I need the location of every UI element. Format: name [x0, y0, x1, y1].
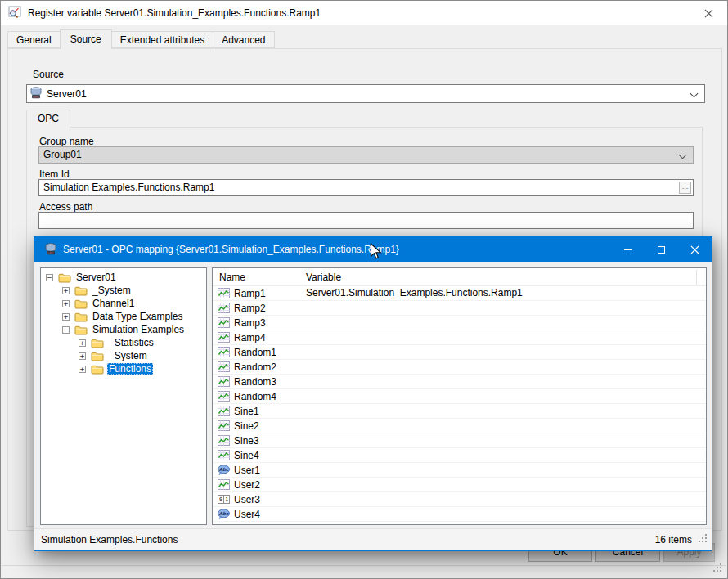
- list-row-random4[interactable]: Random4: [213, 389, 706, 404]
- expand-icon[interactable]: +: [79, 366, 86, 373]
- list-row-user1[interactable]: AbcUser1: [213, 463, 706, 478]
- column-header-name[interactable]: Name: [219, 272, 245, 283]
- mouse-cursor: [370, 243, 382, 263]
- close-icon[interactable]: [690, 1, 727, 25]
- list-row-ramp3[interactable]: Ramp3: [213, 316, 706, 330]
- folder-icon: [74, 285, 88, 296]
- variable-name: Ramp2: [234, 303, 304, 314]
- resize-grip-icon[interactable]: [712, 563, 723, 576]
- column-header-variable[interactable]: Variable: [306, 272, 341, 283]
- tree-item-system[interactable]: +_System: [41, 349, 206, 362]
- tree-item-statistics[interactable]: +_Statistics: [41, 336, 206, 349]
- analog-signal-icon: [218, 303, 230, 313]
- tree-item-functions[interactable]: +Functions: [41, 362, 206, 375]
- minimize-icon[interactable]: [611, 237, 645, 262]
- tree-item-label[interactable]: Data Type Examples: [91, 311, 185, 322]
- analog-signal-icon: [218, 450, 230, 460]
- access-path-input[interactable]: [38, 212, 694, 229]
- dialog-titlebar[interactable]: Register variable Server01.Simulation_Ex…: [1, 1, 727, 25]
- group-name-value: Group01: [43, 149, 82, 160]
- chevron-down-icon[interactable]: [690, 90, 699, 98]
- folder-icon: [91, 351, 104, 361]
- variable-name: Sine4: [234, 450, 304, 461]
- tree-item-simulation-examples[interactable]: −Simulation Examples: [41, 323, 206, 336]
- svg-text:Abc: Abc: [219, 511, 229, 516]
- source-combobox-value: Server01: [47, 88, 87, 100]
- tree-item-data-type-examples[interactable]: +Data Type Examples: [41, 310, 206, 323]
- group-name-combobox[interactable]: Group01: [38, 146, 694, 164]
- folder-icon: [74, 298, 88, 309]
- tab-general[interactable]: General: [7, 31, 61, 48]
- tree-item-server01[interactable]: −Server01: [41, 271, 206, 284]
- variables-list: Name Variable Ramp1Server01.Simulation_E…: [212, 267, 707, 525]
- digital-signal-icon: 01: [218, 494, 230, 505]
- list-row-random3[interactable]: Random3: [213, 375, 706, 389]
- tree-item-label[interactable]: _System: [91, 285, 133, 296]
- collapse-icon[interactable]: −: [62, 326, 70, 334]
- app-icon: [8, 6, 21, 21]
- analog-signal-icon: [218, 406, 230, 416]
- opc-tree[interactable]: −Server01+_System+Channel1+Data Type Exa…: [40, 267, 207, 525]
- statusbar-path: Simulation Examples.Functions: [41, 534, 178, 545]
- expand-icon[interactable]: +: [79, 339, 86, 347]
- folder-icon: [58, 272, 71, 283]
- list-header: Name Variable: [213, 268, 706, 286]
- list-row-random2[interactable]: Random2: [213, 360, 706, 375]
- variable-name: Random1: [234, 347, 304, 358]
- chevron-down-icon[interactable]: [679, 151, 687, 159]
- collapse-icon[interactable]: −: [46, 274, 53, 281]
- tab-extended-attributes[interactable]: Extended attributes: [111, 31, 213, 48]
- opc-server-icon: OPC: [44, 242, 57, 258]
- tree-item-label[interactable]: Functions: [107, 363, 153, 375]
- list-row-sine2[interactable]: Sine2: [213, 419, 706, 433]
- list-row-user2[interactable]: User2: [213, 478, 706, 492]
- maximize-icon[interactable]: [645, 237, 678, 262]
- list-row-ramp1[interactable]: Ramp1Server01.Simulation_Examples.Functi…: [213, 286, 706, 301]
- opc-server-icon: OPC: [29, 86, 43, 101]
- tree-item-label[interactable]: Simulation Examples: [91, 324, 186, 335]
- tab-source[interactable]: Source: [60, 29, 112, 49]
- variable-name: User4: [234, 509, 304, 520]
- variable-name: Sine1: [234, 406, 304, 417]
- close-icon[interactable]: [678, 237, 712, 262]
- list-row-random1[interactable]: Random1: [213, 345, 706, 360]
- expand-icon[interactable]: +: [62, 313, 70, 321]
- tree-item-label[interactable]: Server01: [74, 272, 118, 283]
- resize-grip-icon[interactable]: [698, 533, 708, 546]
- tree-item-label[interactable]: Channel1: [91, 298, 136, 309]
- list-row-user4[interactable]: AbcUser4: [213, 507, 706, 522]
- list-row-sine1[interactable]: Sine1: [213, 404, 706, 419]
- list-row-sine4[interactable]: Sine4: [213, 448, 706, 463]
- expand-icon[interactable]: +: [62, 300, 70, 307]
- tab-opc[interactable]: OPC: [26, 110, 70, 128]
- browse-button[interactable]: ...: [679, 182, 691, 194]
- source-combobox[interactable]: OPC Server01: [26, 84, 705, 103]
- item-id-input[interactable]: Simulation Examples.Functions.Ramp1 ...: [38, 179, 694, 196]
- opc-mapping-window: OPC Server01 - OPC mapping {Server01.Sim…: [34, 236, 712, 551]
- tree-item-label[interactable]: _Statistics: [107, 337, 155, 348]
- column-divider[interactable]: [696, 270, 697, 285]
- item-id-value: Simulation Examples.Functions.Ramp1: [43, 182, 214, 193]
- variable-name: User2: [234, 479, 304, 491]
- column-divider[interactable]: [303, 270, 303, 285]
- tree-item-channel1[interactable]: +Channel1: [41, 297, 206, 310]
- tree-item-system[interactable]: +_System: [41, 284, 206, 297]
- variable-mapping: Server01.Simulation_Examples.Functions.R…: [306, 286, 523, 300]
- list-row-user3[interactable]: 01User3: [213, 492, 706, 507]
- analog-signal-icon: [218, 479, 230, 490]
- svg-text:OPC: OPC: [33, 96, 39, 99]
- list-row-ramp4[interactable]: Ramp4: [213, 330, 706, 345]
- tree-item-label[interactable]: _System: [107, 350, 149, 361]
- analog-signal-icon: [218, 317, 230, 328]
- expand-icon[interactable]: +: [62, 287, 70, 294]
- variable-name: Ramp1: [234, 288, 304, 299]
- mapping-statusbar: Simulation Examples.Functions 16 items: [34, 528, 712, 550]
- string-signal-icon: Abc: [218, 465, 230, 475]
- list-row-ramp2[interactable]: Ramp2: [213, 301, 706, 316]
- footer-divider: [2, 565, 726, 566]
- svg-text:1: 1: [225, 496, 228, 503]
- expand-icon[interactable]: +: [79, 352, 86, 360]
- variable-name: Random2: [234, 361, 304, 373]
- list-row-sine3[interactable]: Sine3: [213, 433, 706, 448]
- tab-advanced[interactable]: Advanced: [213, 31, 274, 48]
